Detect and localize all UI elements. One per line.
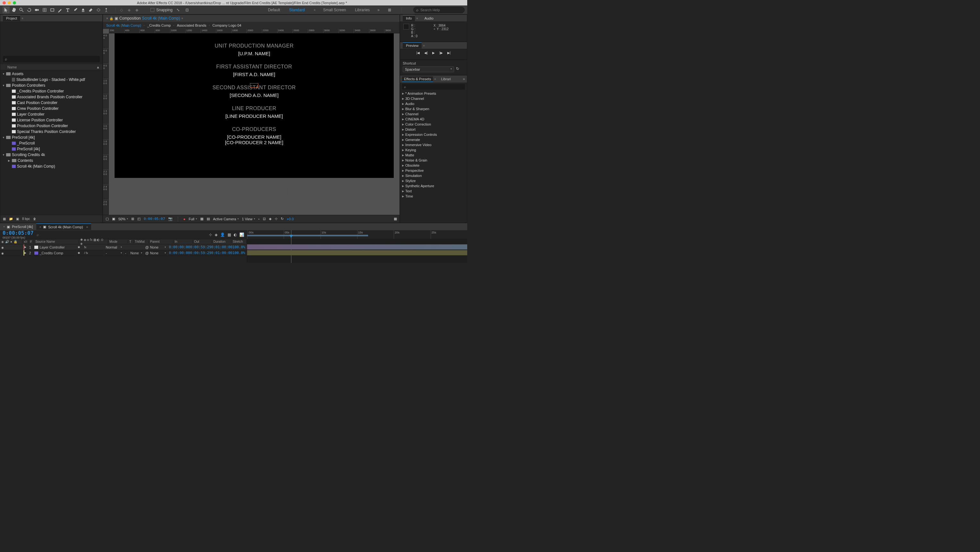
in-header[interactable]: In: [173, 240, 192, 243]
effect-category[interactable]: ▶Expression Controls: [400, 132, 467, 137]
close-tab-icon[interactable]: ×: [3, 225, 5, 228]
effect-category[interactable]: ▶Perspective: [400, 168, 467, 173]
project-item[interactable]: Associated Brands Positioin Controller: [0, 94, 102, 100]
t-header[interactable]: T: [128, 240, 134, 243]
close-tab-icon[interactable]: ×: [40, 225, 41, 229]
snapping-checkbox[interactable]: [151, 8, 154, 12]
expand-arrow[interactable]: ▶: [24, 246, 26, 249]
channel-icon[interactable]: ●: [183, 217, 186, 221]
project-item[interactable]: _PreScroll: [0, 140, 102, 146]
effects-menu-icon[interactable]: ≡: [434, 77, 436, 81]
layer-switches[interactable]: ✱ / fx: [78, 251, 88, 255]
last-frame-button[interactable]: ▶|: [447, 51, 451, 54]
project-item[interactable]: Cast Position Controller: [0, 100, 102, 106]
project-item[interactable]: Production Position Controller: [0, 123, 102, 129]
motion-blur-icon[interactable]: ◐: [234, 233, 237, 237]
effect-category[interactable]: ▶Audio: [400, 101, 467, 106]
frame-blend-icon[interactable]: ▦: [228, 233, 231, 237]
rectangle-tool[interactable]: [49, 6, 56, 13]
expand-arrow[interactable]: ▶: [402, 180, 404, 182]
project-item[interactable]: PreScroll [4k]: [0, 146, 102, 152]
expand-arrow[interactable]: ▶: [402, 164, 404, 167]
layer-duration[interactable]: 0:01:00:00: [210, 244, 231, 250]
mode-header[interactable]: Mode: [108, 240, 128, 243]
help-search-input[interactable]: [420, 8, 462, 12]
camera-dropdown[interactable]: Active Camera▾: [213, 217, 239, 221]
libraries-tab[interactable]: Librari: [439, 77, 453, 81]
expand-arrow[interactable]: ▶: [402, 149, 404, 152]
expand-arrow[interactable]: ▶: [402, 113, 404, 116]
effect-category[interactable]: ▶Noise & Grain: [400, 158, 467, 163]
breadcrumb-item[interactable]: _Credits Comp: [147, 24, 171, 27]
tab-menu-icon[interactable]: ≡: [86, 225, 88, 229]
expand-arrow[interactable]: ▶: [402, 195, 404, 198]
comp-menu-icon[interactable]: ≡: [181, 17, 183, 20]
first-frame-button[interactable]: |◀: [417, 51, 420, 54]
effect-category[interactable]: ▶Channel: [400, 112, 467, 116]
effect-category[interactable]: ▶Obsolete: [400, 163, 467, 168]
expand-arrow[interactable]: ▶: [402, 190, 404, 193]
next-frame-button[interactable]: |▶: [439, 51, 443, 54]
graph-editor-icon[interactable]: 📊: [239, 233, 244, 237]
text-tool[interactable]: [64, 6, 71, 13]
info-menu-icon[interactable]: ≡: [416, 17, 418, 20]
project-label-icon[interactable]: ▲: [96, 65, 100, 69]
workspace-overflow-icon[interactable]: »: [377, 8, 380, 12]
timeline-icon[interactable]: ▤: [207, 217, 210, 221]
work-area[interactable]: [247, 235, 368, 236]
expand-arrow[interactable]: ▶: [402, 97, 404, 100]
maximize-window[interactable]: [13, 1, 16, 5]
num-header[interactable]: #: [29, 240, 34, 243]
pen-tool[interactable]: [56, 6, 64, 13]
reset-shortcut-icon[interactable]: ↻: [456, 67, 459, 71]
workspace-menu-icon[interactable]: ≡: [314, 8, 315, 11]
bpc-label[interactable]: 8 bpc: [22, 217, 30, 220]
comp-tab-close[interactable]: ×: [106, 17, 108, 20]
parent-dropdown[interactable]: None: [150, 245, 159, 249]
expand-arrow[interactable]: ▶: [402, 144, 404, 147]
project-tree[interactable]: ▼AssetsStudioBinder Logo - Stacked - Whi…: [0, 70, 102, 215]
project-item[interactable]: ▼PreScroll [4k]: [0, 134, 102, 140]
blend-mode[interactable]: -: [106, 251, 107, 255]
expand-arrow[interactable]: ▶: [402, 174, 404, 177]
effect-category[interactable]: ▶CINEMA 4D: [400, 116, 467, 122]
pixel-aspect-icon[interactable]: ▫: [258, 217, 259, 221]
project-search[interactable]: ⌕: [3, 56, 100, 62]
parent-dropdown[interactable]: None: [150, 251, 159, 255]
eraser-tool[interactable]: [87, 6, 94, 13]
solo-column-icon[interactable]: ●: [10, 240, 12, 243]
effect-category[interactable]: ▶Matte: [400, 153, 467, 158]
lock-icon[interactable]: 🔒: [110, 17, 113, 20]
workspace-libraries[interactable]: Libraries: [354, 7, 371, 13]
snap-edge-icon[interactable]: ⤡: [175, 6, 181, 13]
breadcrumb-item[interactable]: Associated Brands: [177, 24, 206, 27]
expand-arrow[interactable]: ▶: [24, 251, 26, 254]
project-item[interactable]: _Credits Position Controller: [0, 88, 102, 94]
effect-category[interactable]: ▶* Animation Presets: [400, 91, 467, 96]
sync-settings-icon[interactable]: ⊞: [386, 6, 393, 13]
brush-tool[interactable]: [72, 6, 79, 13]
effect-category[interactable]: ▶Generate: [400, 137, 467, 142]
transparency-grid-icon[interactable]: ▣: [112, 217, 115, 221]
hand-tool[interactable]: [10, 6, 18, 13]
effect-category[interactable]: ▶Immersive Video: [400, 142, 467, 147]
expand-arrow[interactable]: ▶: [402, 102, 404, 105]
timeline-timecode[interactable]: 0:00:05:07: [3, 230, 33, 236]
effects-list[interactable]: ▶* Animation Presets▶3D Channel▶Audio▶Bl…: [400, 91, 467, 223]
selection-tool[interactable]: [3, 6, 10, 13]
clone-stamp-tool[interactable]: [80, 6, 87, 13]
layer-in[interactable]: 0:00:00:00: [167, 250, 189, 255]
preview-menu-icon[interactable]: ≡: [423, 44, 425, 47]
project-name-header[interactable]: Name: [7, 65, 17, 69]
project-item[interactable]: Crew Position Controller: [0, 106, 102, 112]
layer-switches[interactable]: ✱ fx: [78, 246, 87, 249]
trash-icon[interactable]: 🗑: [33, 217, 36, 220]
stretch-header[interactable]: Stretch: [231, 240, 247, 243]
timeline-search-icon[interactable]: ⌕: [37, 233, 39, 237]
fast-draft-icon[interactable]: ⊡: [263, 217, 266, 221]
reset-exposure-icon[interactable]: ↻: [281, 217, 284, 221]
timeline-layer[interactable]: ▶ 2 _Credits Comp ✱ / fx -▾ - None▾ @Non…: [0, 250, 247, 256]
effects-presets-tab[interactable]: Effects & Presets: [402, 77, 433, 82]
zoom-level[interactable]: 50%▾: [118, 217, 128, 221]
resolution-icon[interactable]: ⊞: [131, 217, 134, 221]
